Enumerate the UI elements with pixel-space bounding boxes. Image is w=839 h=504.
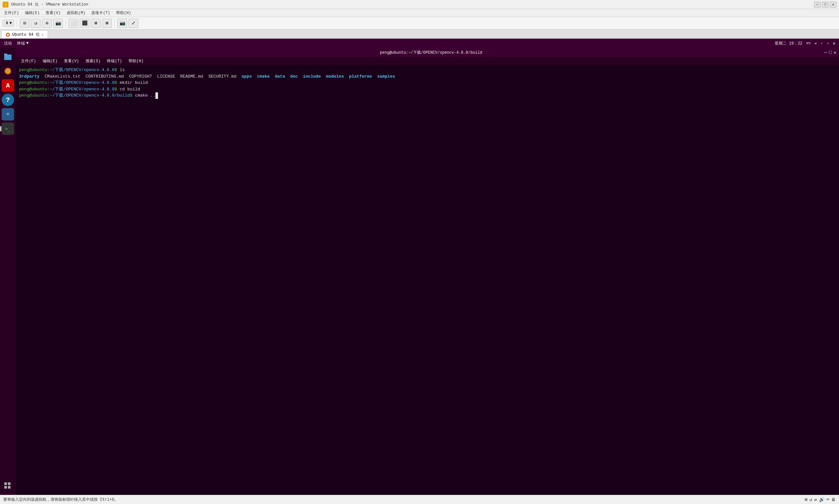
output-readme: README.md (180, 73, 203, 80)
toolbar-separator-3 (115, 19, 115, 27)
output-space-10 (285, 73, 290, 80)
toolbar-btn-suspend[interactable]: ⊙ (42, 19, 52, 28)
dock-item-help[interactable]: ? (2, 94, 14, 106)
toolbar-separator-1 (17, 19, 17, 27)
menu-help[interactable]: 帮助(H) (114, 10, 134, 16)
terminal-minimize-icon[interactable]: — (824, 50, 827, 55)
toolbar-btn-full1[interactable]: ⬜ (69, 19, 79, 28)
dock-item-fontviewer[interactable]: A (2, 79, 14, 92)
toolbar-btn-stretch[interactable]: ⤢ (129, 19, 138, 28)
terminal-line-2: peng@ubuntu:~/下载/OPENCV/opencv-4.8.0$ mk… (19, 79, 836, 86)
right-indicators: 星期二 19：22 en ⇌ ♪ ⚡ ⚙ (775, 41, 835, 46)
terminal-maximize-icon[interactable]: □ (829, 50, 832, 55)
output-license: LICENSE (157, 73, 175, 80)
term-menu-terminal[interactable]: 终端(T) (104, 58, 124, 65)
prompt-1: peng@ubuntu:~/下载/OPENCV/opencv-4.8.0$ (19, 67, 117, 73)
tab-bar: Ubuntu 64 位 ✕ (0, 30, 839, 39)
bottom-right-controls: ⊞ ↺ ⇌ 🔊 ⌨ 🖥 (805, 497, 836, 502)
terminal-dock-icon: >_ (5, 126, 11, 131)
bottom-icon-1[interactable]: ⊞ (805, 497, 807, 502)
output-space-11 (298, 73, 303, 80)
term-menu-view[interactable]: 查看(V) (61, 58, 82, 65)
vmware-icon: V (3, 2, 8, 7)
terminal-body[interactable]: peng@ubuntu:~/下载/OPENCV/opencv-4.8.0$ ls… (16, 65, 839, 495)
lang-indicator: en (806, 41, 810, 45)
menu-file[interactable]: 文件(F) (1, 10, 22, 16)
output-space-9 (270, 73, 275, 80)
bottom-icon-3[interactable]: ⇌ (814, 497, 817, 502)
minimize-button[interactable]: — (814, 2, 821, 7)
output-space-2 (80, 73, 86, 80)
output-space-7 (236, 73, 242, 80)
bottom-icon-6[interactable]: 🖥 (831, 497, 836, 502)
term-menu-edit[interactable]: 编辑(E) (40, 58, 60, 65)
pause-dropdown-icon: ▼ (10, 21, 12, 25)
dock-item-terminal[interactable]: >_ (2, 123, 14, 135)
terminal-menu-label[interactable]: 终端 ▼ (17, 41, 29, 46)
misc-icon: ⌖ (6, 111, 10, 118)
toolbar-btn-full3[interactable]: ⊞ (91, 19, 101, 28)
svg-rect-14 (4, 486, 7, 489)
restore-button[interactable]: □ (822, 2, 828, 7)
svg-rect-8 (4, 54, 7, 55)
output-cmakelists: CMakeLists.txt (45, 73, 80, 80)
tab-close-icon[interactable]: ✕ (41, 33, 44, 37)
menu-tab[interactable]: 选项卡(T) (88, 10, 113, 16)
toolbar-btn-snap[interactable]: 📷 (53, 19, 63, 28)
terminal-dropdown-icon: ▼ (26, 41, 29, 46)
terminal-cursor (155, 92, 158, 99)
output-space-6 (203, 73, 208, 80)
terminal-line-output: 3rdparty CMakeLists.txt CONTRIBUTING.md … (19, 73, 836, 80)
svg-rect-7 (4, 54, 12, 60)
menu-vm[interactable]: 虚拟机(M) (64, 10, 88, 16)
terminal-line-4: peng@ubuntu:~/下载/OPENCV/opencv-4.8.0/bui… (19, 92, 836, 99)
activities-button[interactable]: 活动 (4, 41, 12, 46)
output-space-5 (175, 73, 180, 80)
menu-edit[interactable]: 编辑(E) (22, 10, 42, 16)
menu-view[interactable]: 查看(V) (43, 10, 63, 16)
vmware-titlebar: V Ubuntu 64 位 - VMware Workstation — □ ✕ (0, 0, 839, 9)
show-apps-icon (3, 481, 13, 490)
dock-item-firefox[interactable] (2, 65, 14, 77)
terminal-line-1: peng@ubuntu:~/下载/OPENCV/opencv-4.8.0$ ls (19, 67, 836, 73)
prompt-3: peng@ubuntu:~/下载/OPENCV/opencv-4.8.0$ (19, 86, 117, 93)
output-copyright: COPYRIGHT (129, 73, 152, 80)
volume-icon: ♪ (821, 41, 823, 45)
cmd-2: mkdir build (117, 79, 148, 86)
terminal-close-icon[interactable]: ✕ (834, 50, 836, 55)
dock-item-files[interactable] (2, 50, 14, 63)
toolbar-separator-2 (66, 19, 66, 27)
toolbar-btn-capture[interactable]: 📷 (117, 19, 127, 28)
toolbar-btn-full2[interactable]: ⬛ (80, 19, 89, 28)
pause-icon: ⏸ (5, 21, 9, 25)
bottom-icon-4[interactable]: 🔊 (819, 497, 825, 502)
output-space-1 (39, 73, 45, 80)
svg-rect-12 (4, 482, 7, 485)
dock-item-show-apps[interactable] (2, 480, 14, 492)
prompt-2: peng@ubuntu:~/下载/OPENCV/opencv-4.8.0$ (19, 79, 117, 86)
cmd-1: ls (117, 67, 124, 73)
output-data: data (275, 73, 285, 80)
vmware-statusbar: 要将输入定向到该虚拟机，请将鼠标指针移入其中或按 Ctrl+G。 ⊞ ↺ ⇌ 🔊… (0, 495, 839, 504)
terminal-text: 终端 (17, 41, 25, 46)
output-space-4 (152, 73, 157, 80)
status-text: 要将输入定向到该虚拟机，请将鼠标指针移入其中或按 Ctrl+G。 (3, 497, 118, 502)
bottom-icon-2[interactable]: ↺ (809, 497, 812, 502)
output-platforms: platforms (349, 73, 372, 80)
output-samples: samples (377, 73, 395, 80)
close-button[interactable]: ✕ (830, 2, 836, 7)
toolbar-btn-revert[interactable]: ↺ (31, 19, 41, 28)
term-menu-file[interactable]: 文件(F) (18, 58, 39, 65)
toolbar-btn-full4[interactable]: ⊠ (102, 19, 112, 28)
datetime-display: 星期二 19：22 (775, 41, 802, 46)
tab-ubuntu[interactable]: Ubuntu 64 位 ✕ (1, 31, 48, 38)
dock-item-misc[interactable]: ⌖ (2, 108, 14, 121)
bottom-icon-5[interactable]: ⌨ (826, 497, 829, 502)
output-space-12 (321, 73, 326, 80)
pause-button[interactable]: ⏸ ▼ (3, 20, 14, 26)
ubuntu-content: A ? ⌖ >_ (0, 48, 839, 495)
toolbar-btn-power[interactable]: ⊡ (20, 19, 30, 28)
term-menu-help[interactable]: 帮助(H) (126, 58, 146, 65)
svg-point-5 (6, 35, 7, 36)
term-menu-search[interactable]: 搜索(S) (83, 58, 103, 65)
